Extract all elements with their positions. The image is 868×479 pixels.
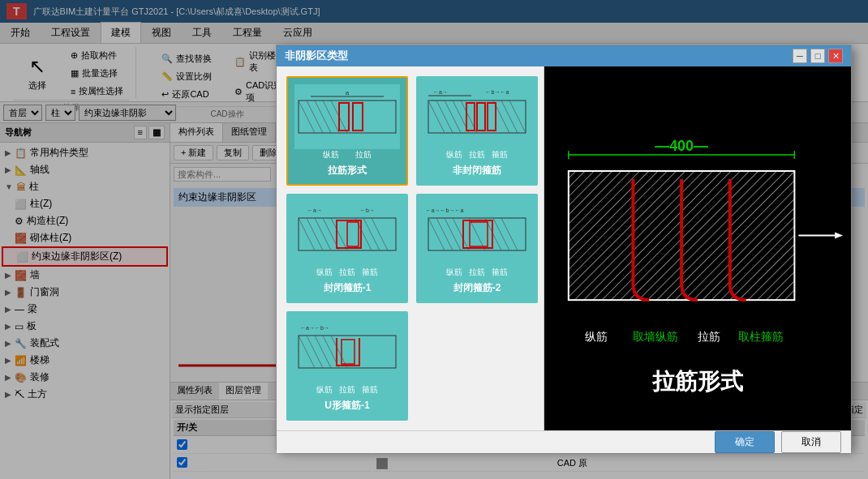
lajin-sub-1: 拉筋 [355,149,372,160]
type-card-fengbi1[interactable]: ←a→ ←b→ 纵筋 拉筋 箍筋 封闭箍筋-1 [286,194,408,303]
fengbi1-sub-0: 纵筋 [316,267,333,278]
dialog-controls: ─ □ ✕ [793,49,843,63]
preview-panel: —400— 纵筋 取墙纵筋 拉筋 取柱箍筋 [544,66,851,430]
svg-text:←a→←b→←a: ←a→←b→←a [426,207,464,213]
svg-marker-66 [835,233,843,239]
uxing-sub-0: 纵筋 [316,384,333,396]
close-button[interactable]: ✕ [828,49,843,63]
svg-rect-1 [299,101,396,133]
svg-text:取墙纵筋: 取墙纵筋 [633,330,678,343]
svg-text:—400—: —400— [655,138,708,154]
fengbi2-svg: ←a→←b→←a [424,206,530,263]
svg-text:←a→: ←a→ [433,89,448,95]
uxing-label: U形箍筋-1 [324,399,369,413]
dialog-title: 非阴影区类型 [285,49,348,63]
svg-rect-51 [299,336,396,368]
fengbi-label: 非封闭箍筋 [453,164,501,177]
fengbi-sub-1: 拉筋 [469,149,485,160]
svg-text:拉筋形式: 拉筋形式 [651,369,744,394]
type-card-fengbi[interactable]: ←a→ ←b→←a 纵筋 拉筋 箍筋 非封闭箍筋 [416,76,538,186]
preview-svg: —400— 纵筋 取墙纵筋 拉筋 取柱箍筋 [544,66,851,430]
type-card-fengbi2[interactable]: ←a→←b→←a 纵筋 拉筋 箍筋 封闭箍筋-2 [416,194,538,303]
svg-text:←a→←b→: ←a→←b→ [300,325,329,331]
fengbi2-label: 封闭箍筋-2 [453,281,501,295]
fengbi-sublabels: 纵筋 拉筋 箍筋 [446,149,508,160]
type-card-uxing[interactable]: ←a→←b→ 纵筋 拉筋 箍筋 U形箍筋-1 [286,311,408,421]
fengbi-sub-2: 箍筋 [492,149,508,160]
fengbi1-sub-1: 拉筋 [339,267,355,278]
svg-text:纵筋: 纵筋 [585,330,608,343]
fengbi1-sub-2: 箍筋 [362,267,378,278]
fengbi-sub-0: 纵筋 [446,149,462,160]
type-card-img-uxing: ←a→←b→ [294,319,400,384]
type-card-img-fengbi: ←a→ ←b→←a [424,84,530,149]
type-selection-panel: a 纵筋 拉筋 拉筋形式 [277,66,544,430]
lajin-sub-0: 纵筋 [323,149,339,160]
svg-text:←b→←a: ←b→←a [486,89,509,95]
cancel-button[interactable]: 取消 [781,431,841,453]
svg-text:←b→: ←b→ [360,207,375,213]
svg-text:←a→: ←a→ [307,207,322,213]
dialog-header: 非阴影区类型 ─ □ ✕ [277,45,851,66]
uxing-svg: ←a→←b→ [294,323,400,380]
svg-text:拉筋: 拉筋 [698,330,720,343]
type-card-lajin[interactable]: a 纵筋 拉筋 拉筋形式 [286,76,408,186]
lajin-svg: a [294,88,400,145]
fengbi1-sublabels: 纵筋 拉筋 箍筋 [316,267,378,278]
shadow-zone-dialog: 非阴影区类型 ─ □ ✕ [276,45,852,450]
restore-button[interactable]: □ [810,49,825,63]
uxing-sub-2: 箍筋 [362,384,378,396]
type-card-img-lajin: a [294,84,400,149]
fengbi2-sub-2: 箍筋 [492,267,508,278]
fengbi2-sublabels: 纵筋 拉筋 箍筋 [446,267,508,278]
minimize-button[interactable]: ─ [793,49,807,63]
fengbi2-sub-0: 纵筋 [446,267,462,278]
confirm-button[interactable]: 确定 [715,431,775,453]
uxing-sub-1: 拉筋 [339,384,355,396]
svg-text:取柱箍筋: 取柱箍筋 [738,330,784,343]
lajin-label: 拉筋形式 [328,164,367,177]
fengbi2-sub-1: 拉筋 [469,267,485,278]
svg-text:a: a [346,89,350,96]
fengbi-svg: ←a→ ←b→←a [424,88,530,145]
type-card-img-fengbi2: ←a→←b→←a [424,202,530,267]
dialog-footer: 确定 取消 [277,430,851,453]
fengbi1-svg: ←a→ ←b→ [294,206,400,263]
fengbi1-label: 封闭箍筋-1 [324,281,372,295]
dialog-body: a 纵筋 拉筋 拉筋形式 [277,66,851,430]
type-card-img-fengbi1: ←a→ ←b→ [294,202,400,267]
lajin-sublabels: 纵筋 拉筋 [323,149,372,160]
uxing-sublabels: 纵筋 拉筋 箍筋 [316,384,378,396]
